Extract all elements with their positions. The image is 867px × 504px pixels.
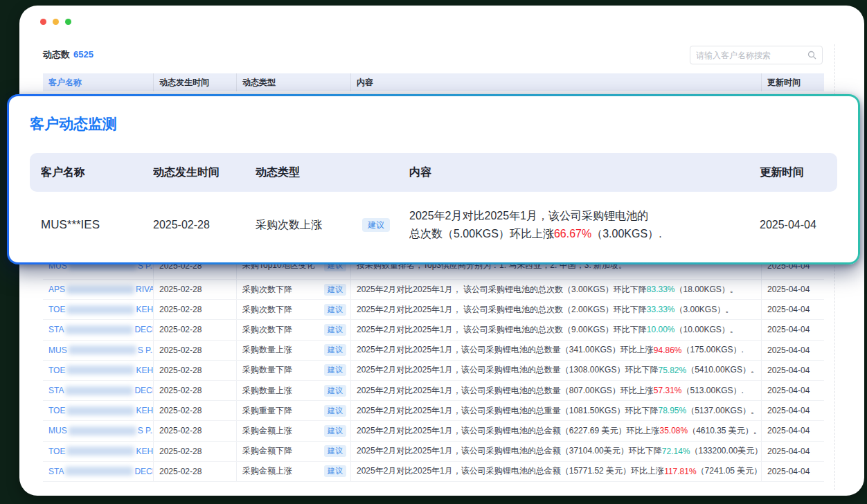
dynamics-count: 动态数6525 [43, 48, 93, 61]
dynamics-count-value: 6525 [73, 49, 93, 60]
customer-name-suffix: S P... [138, 345, 154, 355]
redacted-name-blur [66, 285, 134, 294]
suggestion-badge: 建议 [324, 445, 346, 457]
content-percent: 72.14% [662, 447, 690, 456]
customer-name-suffix: DECK... [134, 467, 154, 476]
customer-name-suffix: KEH... [136, 406, 154, 415]
customer-name-prefix: TOE [48, 406, 65, 415]
redacted-name-blur [66, 366, 134, 375]
update-date: 2025-04-04 [762, 280, 824, 299]
event-type-cell: 采购次数下降 建议 [237, 280, 351, 299]
customer-name-link[interactable]: TOE KEH... [43, 401, 154, 420]
content-text: 2025年2月对比2025年1月，该公司采购锂电池的总数量（807.00KGS）… [357, 385, 654, 397]
content-text: 2025年2月对比2025年1月，该公司采购锂电池的总金额（6227.69 美元… [357, 425, 659, 437]
update-date: 2025-04-04 [762, 421, 824, 440]
customer-name-prefix: STA [48, 386, 64, 395]
search-icon[interactable] [807, 51, 816, 60]
suggestion-badge: 建议 [324, 284, 346, 296]
content-tail: （18.00KGS）。 [674, 284, 738, 296]
event-content: 2025年2月对比2025年1月，该公司采购锂电池的总金额（15771.52 美… [351, 462, 762, 481]
event-date: 2025-02-28 [154, 401, 237, 420]
content-tail: （4610.35 美元）。 [688, 425, 762, 437]
event-type-cell: 采购次数下降 建议 [237, 300, 351, 319]
content-tail: （513.00KGS）. [682, 385, 744, 397]
zoom-button[interactable] [65, 19, 71, 25]
customer-name-prefix: TOE [48, 366, 65, 375]
event-type-cell: 采购数量上涨 建议 [237, 341, 351, 360]
suggestion-badge: 建议 [324, 364, 346, 376]
content-text: 2025年2月对比2025年1月，该公司采购锂电池的总金额（37104.00美元… [357, 445, 662, 457]
event-type: 采购金额下降 [242, 445, 292, 457]
content-tail: （3.00KGS）。 [674, 304, 733, 316]
event-content: 2025年2月对比2025年1月， 该公司采购锂电池的总次数（9.00KGS）环… [351, 320, 762, 339]
suggestion-badge: 建议 [324, 324, 346, 336]
event-content: 2025年2月对比2025年1月，该公司采购锂电池的总数量（341.00KGS）… [351, 341, 762, 360]
customer-name-link[interactable]: APS RIVAT... [43, 280, 154, 299]
event-type: 采购次数下降 [242, 304, 292, 316]
event-date: 2025-02-28 [154, 280, 237, 299]
customer-name-link[interactable]: STA DECK... [43, 462, 154, 481]
content-text: 2025年2月对比2025年1月，该公司采购锂电池的总金额（15771.52 美… [357, 465, 664, 477]
content-text: 2025年2月对比2025年1月，该公司采购锂电池的总重量（1081.50KGS… [357, 405, 658, 417]
customer-name-suffix: KEH... [136, 305, 154, 314]
search-input[interactable] [696, 51, 807, 60]
table-row: STA DECK... 2025-02-28 采购数量上涨 建议 2025年2月… [43, 381, 824, 401]
content-tail: （175.00KGS）. [682, 344, 744, 356]
customer-name-link[interactable]: MUS S P... [43, 421, 154, 440]
customer-name-link[interactable]: MUS S P... [43, 341, 154, 360]
content-percent: 78.95% [658, 406, 686, 415]
redacted-name-blur [65, 325, 133, 334]
table-header-row: 客户名称 动态发生时间 动态类型 内容 更新时间 [43, 73, 824, 91]
event-date: 2025-02-28 [154, 442, 237, 461]
desktop-background: 动态数6525 客户名称 动态发生时间 动态类型 内容 更新时间 MUS S P… [0, 0, 867, 504]
update-date: 2025-04-04 [762, 401, 824, 420]
event-type: 采购金额上涨 [242, 465, 292, 477]
content-percent: 83.33% [647, 285, 675, 294]
event-type-cell: 采购重量下降 建议 [237, 401, 351, 420]
col-update-date: 更新时间 [762, 73, 824, 91]
redacted-name-blur [69, 426, 136, 435]
overlay-content-percent: 66.67% [554, 228, 591, 240]
overlay-event-date: 2025-02-28 [153, 219, 256, 231]
event-content: 2025年2月对比2025年1月，该公司采购锂电池的总数量（1308.00KGS… [351, 361, 762, 380]
event-content: 2025年2月对比2025年1月， 该公司采购锂电池的总次数（3.00KGS）环… [351, 280, 762, 299]
customer-name-link[interactable]: STA DECK... [43, 381, 154, 400]
content-tail: （7241.05 美元）。 [697, 465, 762, 477]
update-date: 2025-04-04 [762, 442, 824, 461]
event-date: 2025-02-28 [154, 320, 237, 339]
table-body: MUS S P... 2025-02-28 采购Top10地区变化 建议 按采购… [43, 252, 824, 482]
content-percent: 94.86% [654, 345, 682, 355]
customer-name-suffix: KEH... [136, 366, 154, 375]
overlay-event-type: 采购次数上涨 [256, 218, 322, 233]
table-row: MUS S P... 2025-02-28 采购金额上涨 建议 2025年2月对… [43, 421, 824, 441]
event-date: 2025-02-28 [154, 421, 237, 440]
overlay-col-content: 内容 [409, 163, 760, 181]
customer-name-prefix: APS [48, 285, 65, 294]
content-percent: 35.08% [659, 426, 688, 435]
content-percent: 117.81% [664, 467, 696, 476]
customer-name-suffix: RIVAT... [136, 285, 154, 294]
overlay-content-line1: 2025年2月对比2025年1月，该公司采购锂电池的 [409, 210, 648, 222]
content-tail: （5410.00KGS）。 [686, 364, 759, 376]
col-event-type: 动态类型 [237, 73, 351, 91]
overlay-update-date: 2025-04-04 [760, 219, 826, 231]
detail-overlay-card: 客户动态监测 客户名称 动态发生时间 动态类型 内容 更新时间 MUS***IE… [7, 94, 860, 264]
close-button[interactable] [40, 19, 46, 25]
event-content: 2025年2月对比2025年1月，该公司采购锂电池的总数量（807.00KGS）… [351, 381, 762, 400]
redacted-name-blur [66, 406, 134, 415]
event-date: 2025-02-28 [154, 300, 237, 319]
redacted-name-blur [65, 467, 133, 476]
table-row: STA DECK... 2025-02-28 采购金额上涨 建议 2025年2月… [43, 462, 824, 482]
customer-name-link[interactable]: TOE KEH... [43, 442, 154, 461]
window-controls [40, 19, 71, 25]
customer-name-link[interactable]: TOE KEH... [43, 300, 154, 319]
content-text: 2025年2月对比2025年1月，该公司采购锂电池的总数量（341.00KGS）… [357, 344, 654, 356]
overlay-col-event-type: 动态类型 [256, 165, 409, 180]
update-date: 2025-04-04 [762, 341, 824, 360]
redacted-name-blur [66, 447, 134, 456]
minimize-button[interactable] [53, 19, 59, 25]
suggestion-badge: 建议 [324, 465, 346, 477]
customer-name-link[interactable]: STA DECK... [43, 320, 154, 339]
customer-name-link[interactable]: TOE KEH... [43, 361, 154, 380]
event-type: 采购重量下降 [242, 405, 292, 417]
